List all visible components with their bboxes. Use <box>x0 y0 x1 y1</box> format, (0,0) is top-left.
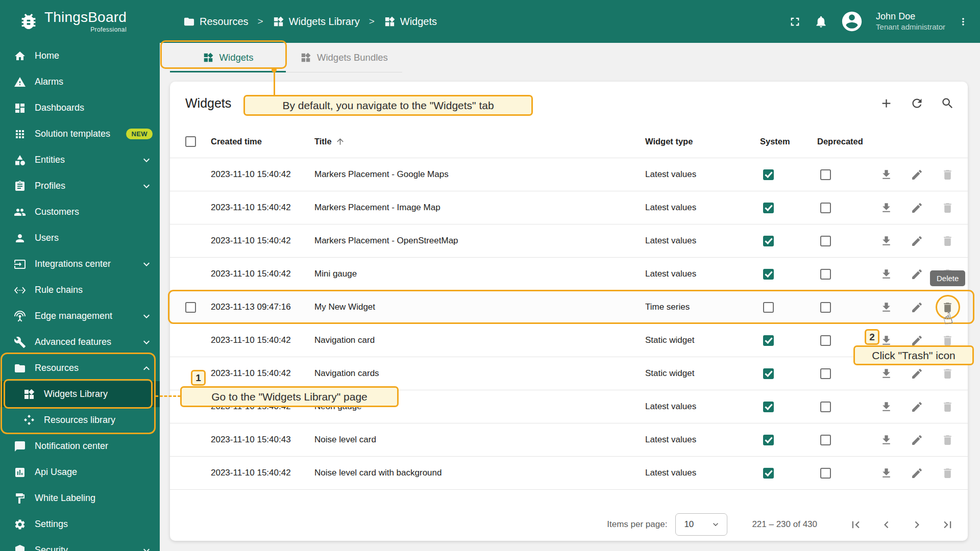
created-time-cell: 2023-11-10 15:40:42 <box>211 335 314 345</box>
download-button[interactable] <box>880 400 893 413</box>
delete-button[interactable] <box>941 202 954 214</box>
table-row[interactable]: 2023-11-10 15:40:42Navigation cardsStati… <box>170 357 968 390</box>
sidebar-item-notification-center[interactable]: Notification center <box>0 433 160 459</box>
new-badge: NEW <box>126 129 153 139</box>
annotation-widgets-library-highlight <box>4 379 153 409</box>
table-row[interactable]: 2023-11-10 15:40:42Markers Placement - O… <box>170 224 968 258</box>
system-checkbox <box>763 402 774 412</box>
delete-button[interactable] <box>941 235 954 247</box>
breadcrumb-item-widgets[interactable]: Widgets <box>384 16 437 28</box>
download-button[interactable] <box>880 168 893 181</box>
deprecated-checkbox <box>820 203 831 213</box>
previous-page-button[interactable] <box>879 518 893 532</box>
table-row[interactable]: 2023-11-10 15:40:43Noise level cardLates… <box>170 423 968 457</box>
annotation-step-1-badge: 1 <box>191 370 206 386</box>
search-button[interactable] <box>941 96 954 110</box>
select-all-checkbox[interactable] <box>185 136 196 147</box>
sidebar-item-profiles[interactable]: Profiles <box>0 173 160 199</box>
items-per-page-select[interactable]: 10 <box>675 513 727 536</box>
deprecated-checkbox <box>820 368 831 379</box>
sidebar-item-integrations-center[interactable]: Integrations center <box>0 251 160 277</box>
annotation-sidebar-note: Go to the "Widgets Library" page <box>180 386 399 407</box>
delete-button[interactable] <box>941 434 954 446</box>
breadcrumb-item-widgets-library[interactable]: Widgets Library <box>273 16 360 28</box>
edit-button[interactable] <box>911 168 923 181</box>
sidebar-item-users[interactable]: Users <box>0 225 160 251</box>
avatar[interactable] <box>840 10 864 33</box>
sidebar-item-solution-templates[interactable]: Solution templatesNEW <box>0 121 160 147</box>
chevron-down-icon <box>140 336 153 348</box>
delete-button[interactable] <box>941 467 954 480</box>
system-checkbox <box>763 203 774 213</box>
column-system[interactable]: System <box>760 137 817 146</box>
sidebar-item-rule-chains[interactable]: Rule chains <box>0 277 160 303</box>
fullscreen-icon[interactable] <box>788 15 802 29</box>
edit-button[interactable] <box>911 400 923 413</box>
chevron-down-icon <box>140 180 153 192</box>
edit-button[interactable] <box>911 235 923 247</box>
table-row[interactable]: 2023-11-10 15:40:42Mini gaugeLatest valu… <box>170 258 968 291</box>
notifications-bell-icon[interactable] <box>814 15 828 29</box>
delete-button[interactable] <box>941 334 954 347</box>
chart-icon <box>14 466 26 479</box>
settings-icon <box>14 518 26 531</box>
tab-label: Widgets Bundles <box>317 52 388 63</box>
edit-button[interactable] <box>911 334 923 347</box>
sidebar-item-api-usage[interactable]: Api Usage <box>0 459 160 485</box>
table-row[interactable]: 2023-11-10 15:40:42Markers Placement - I… <box>170 191 968 224</box>
download-button[interactable] <box>880 367 893 380</box>
sidebar-item-label: Alarms <box>35 77 63 87</box>
sidebar-item-edge-management[interactable]: Edge management <box>0 303 160 329</box>
title-cell: Mini gauge <box>314 269 645 279</box>
edit-button[interactable] <box>911 268 923 281</box>
sidebar-item-customers[interactable]: Customers <box>0 199 160 225</box>
download-button[interactable] <box>880 467 893 480</box>
column-deprecated[interactable]: Deprecated <box>817 137 878 146</box>
sidebar-item-alarms[interactable]: Alarms <box>0 69 160 95</box>
deprecated-checkbox <box>820 269 831 280</box>
sidebar-item-home[interactable]: Home <box>0 43 160 69</box>
column-widget-type[interactable]: Widget type <box>645 137 760 146</box>
sidebar-item-advanced-features[interactable]: Advanced features <box>0 329 160 355</box>
sidebar-nav: HomeAlarmsDashboardsSolution templatesNE… <box>0 43 160 551</box>
sidebar-item-white-labeling[interactable]: White Labeling <box>0 485 160 511</box>
delete-button[interactable] <box>941 400 954 413</box>
delete-button[interactable] <box>941 168 954 181</box>
last-page-button[interactable] <box>941 518 954 532</box>
tab-widgets-bundles[interactable]: Widgets Bundles <box>286 43 402 72</box>
user-info[interactable]: John Doe Tenant administrator <box>876 11 945 32</box>
table-row[interactable]: 2023-11-10 15:40:42Markers Placement - G… <box>170 158 968 191</box>
table-row[interactable]: 2023-11-10 15:40:42Noise level card with… <box>170 457 968 490</box>
download-button[interactable] <box>880 202 893 214</box>
widgets-icon <box>273 16 284 28</box>
column-title[interactable]: Title <box>314 137 645 146</box>
delete-button[interactable] <box>941 367 954 380</box>
user-name: John Doe <box>876 11 945 22</box>
sidebar-item-entities[interactable]: Entities <box>0 147 160 173</box>
home-icon <box>14 50 26 62</box>
download-button[interactable] <box>880 334 893 347</box>
first-page-button[interactable] <box>849 518 863 532</box>
breadcrumb-item-resources[interactable]: Resources <box>183 16 249 28</box>
app-logo[interactable]: ThingsBoard Professional <box>0 10 160 33</box>
sidebar-item-security[interactable]: Security <box>0 537 160 551</box>
edit-button[interactable] <box>911 202 923 214</box>
edit-button[interactable] <box>911 467 923 480</box>
annotation-connector-line <box>274 71 275 95</box>
next-page-button[interactable] <box>910 518 924 532</box>
widget-type-cell: Static widget <box>645 368 760 379</box>
download-button[interactable] <box>880 434 893 446</box>
table-header-row: Created time Title Widget type System De… <box>170 125 968 158</box>
column-created-time[interactable]: Created time <box>211 137 314 146</box>
more-menu-icon[interactable] <box>958 15 969 29</box>
download-button[interactable] <box>880 235 893 247</box>
refresh-button[interactable] <box>910 96 924 110</box>
sidebar-item-settings[interactable]: Settings <box>0 511 160 537</box>
edit-button[interactable] <box>911 367 923 380</box>
download-button[interactable] <box>880 268 893 281</box>
sidebar-item-dashboards[interactable]: Dashboards <box>0 95 160 121</box>
add-widget-button[interactable] <box>879 96 893 110</box>
shield-icon <box>14 544 26 551</box>
edit-button[interactable] <box>911 434 923 446</box>
table-row[interactable]: 2023-11-10 15:40:42Navigation cardStatic… <box>170 324 968 357</box>
